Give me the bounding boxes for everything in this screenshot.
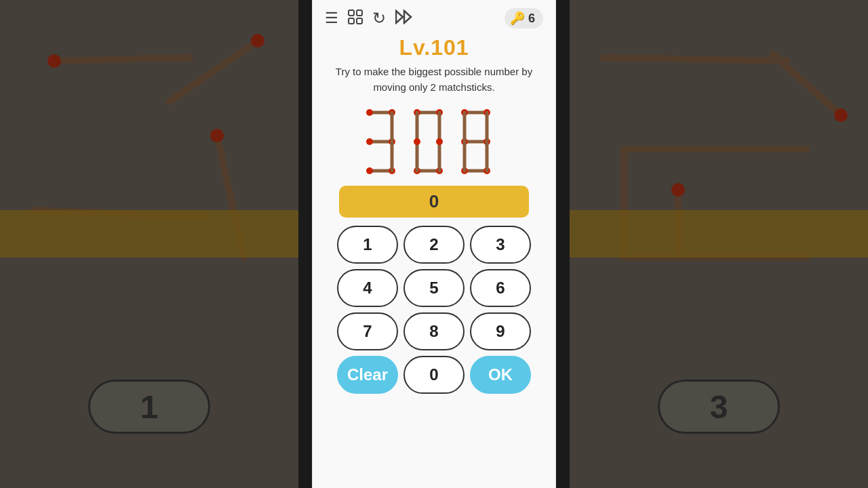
background-left: 1 [0,0,298,488]
svg-line-2 [170,41,258,102]
svg-rect-16 [357,10,362,16]
number-display [313,98,555,183]
svg-point-28 [366,167,373,174]
toolbar-icons: ☰ ↻ [325,9,413,28]
svg-line-7 [604,58,787,61]
btn-7[interactable]: 7 [337,312,398,350]
btn-9[interactable]: 9 [470,312,531,350]
numpad-row-bottom: Clear 0 OK [337,356,531,394]
svg-marker-20 [404,11,411,23]
answer-bar: 0 [339,186,528,218]
svg-rect-18 [357,18,362,24]
toolbar: ☰ ↻ 🔑 6 [313,0,555,34]
svg-point-14 [671,183,685,197]
svg-line-0 [54,58,190,61]
svg-point-9 [834,108,848,122]
level-title: Lv.101 [399,35,469,60]
bg-btn-1: 1 [88,380,210,434]
grid-icon[interactable] [348,9,363,28]
key-count: 6 [528,12,535,26]
numpad-row-1: 1 2 3 [337,226,531,264]
btn-0[interactable]: 0 [403,356,465,394]
svg-point-25 [366,138,373,145]
btn-5[interactable]: 5 [403,269,465,307]
btn-8[interactable]: 8 [403,312,465,350]
svg-point-42 [414,138,420,145]
numpad: 1 2 3 4 5 6 7 8 9 Clear 0 OK [337,226,531,394]
svg-point-6 [210,129,224,142]
svg-rect-15 [349,10,354,16]
skip-icon[interactable] [395,9,413,28]
numpad-row-2: 4 5 6 [337,269,531,307]
svg-point-43 [436,138,443,145]
svg-point-3 [251,34,264,47]
center-panel: ☰ ↻ 🔑 6 Lv.101 Try to [312,0,556,488]
refresh-icon[interactable]: ↻ [372,9,386,28]
svg-point-22 [366,109,373,116]
svg-marker-19 [396,11,403,23]
svg-point-1 [47,54,61,68]
numpad-row-3: 7 8 9 [337,312,531,350]
menu-icon[interactable]: ☰ [325,9,338,27]
background-right: 3 [570,0,868,488]
bg-btn-3: 3 [658,380,780,434]
instructions: Try to make the biggest possible number … [313,60,555,98]
btn-3[interactable]: 3 [470,226,531,264]
clear-button[interactable]: Clear [337,356,398,394]
answer-value: 0 [429,191,439,211]
ok-button[interactable]: OK [470,356,531,394]
svg-line-8 [773,54,841,115]
svg-rect-17 [349,18,354,24]
key-badge[interactable]: 🔑 6 [505,8,543,28]
btn-2[interactable]: 2 [403,226,465,264]
btn-6[interactable]: 6 [470,269,531,307]
btn-1[interactable]: 1 [337,226,398,264]
btn-4[interactable]: 4 [337,269,398,307]
key-icon: 🔑 [510,11,525,26]
